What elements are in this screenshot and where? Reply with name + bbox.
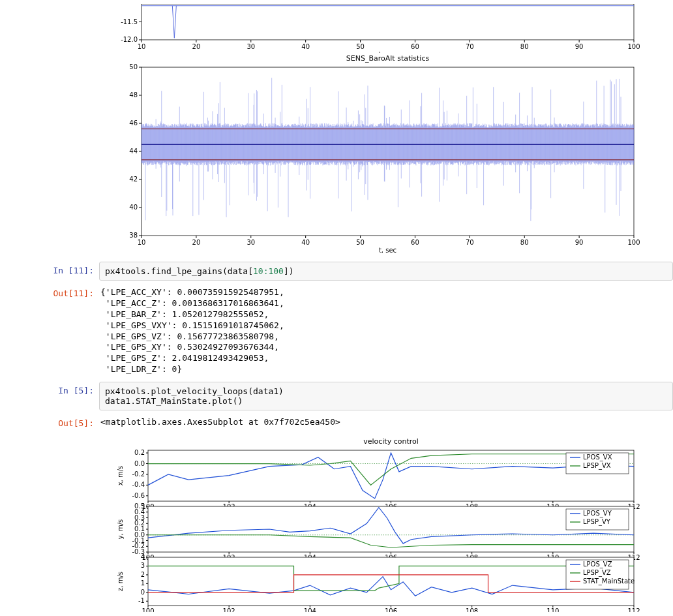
svg-text:-0.2: -0.2	[132, 470, 145, 478]
svg-text:60: 60	[411, 239, 419, 246]
svg-text:t, sec: t, sec	[379, 247, 396, 254]
svg-text:velocity control: velocity control	[363, 437, 419, 446]
svg-text:108: 108	[466, 608, 478, 612]
svg-text:106: 106	[385, 608, 397, 612]
svg-text:0.5: 0.5	[134, 502, 145, 510]
plot-velocity-area: velocity control-0.6-0.4-0.20.00.2x, m/s…	[99, 436, 673, 615]
code-input-5[interactable]: px4tools.plot_velocity_loops(data1) data…	[99, 382, 673, 410]
svg-rect-1542	[148, 557, 634, 606]
svg-text:-0.4: -0.4	[132, 481, 145, 488]
out-prompt-5: Out[5]:	[29, 414, 99, 432]
out-prompt-blank2	[29, 436, 99, 444]
svg-text:42: 42	[129, 176, 138, 183]
svg-text:SENS_BaroAlt statistics: SENS_BaroAlt statistics	[346, 54, 430, 63]
svg-text:100: 100	[627, 239, 640, 246]
svg-text:4: 4	[141, 553, 145, 561]
svg-text:44: 44	[129, 147, 138, 155]
out-prompt-blank	[29, 4, 99, 12]
subplot-top-cropped: -12.0-11.5102030405060708090100t, sec	[112, 4, 647, 53]
svg-text:-1: -1	[138, 597, 145, 604]
cell-in-5: In [5]: px4tools.plot_velocity_loops(dat…	[29, 382, 673, 410]
svg-rect-0	[142, 4, 634, 40]
svg-text:40: 40	[301, 43, 310, 50]
svg-text:LPOS_VX: LPOS_VX	[583, 454, 612, 461]
svg-text:-12.0: -12.0	[121, 36, 138, 43]
svg-text:90: 90	[575, 239, 584, 246]
svg-text:2: 2	[141, 571, 145, 578]
svg-text:40: 40	[301, 239, 310, 246]
svg-text:0.0: 0.0	[134, 460, 145, 467]
svg-text:LPSP_VY: LPSP_VY	[583, 518, 611, 526]
svg-text:100: 100	[627, 43, 640, 50]
svg-text:10: 10	[138, 43, 146, 50]
svg-text:50: 50	[356, 43, 365, 50]
svg-text:-11.5: -11.5	[121, 18, 138, 25]
subplot-baroalt: SENS_BaroAlt statistics38404244464850102…	[112, 53, 647, 255]
svg-text:LPSP_VZ: LPSP_VZ	[583, 569, 611, 577]
svg-text:30: 30	[247, 239, 255, 246]
code-input-11[interactable]: px4tools.find_lpe_gains(data[10:100])	[99, 262, 673, 281]
svg-text:38: 38	[129, 232, 138, 239]
svg-text:70: 70	[466, 43, 474, 50]
svg-text:104: 104	[304, 608, 316, 612]
svg-text:60: 60	[411, 43, 419, 50]
svg-text:LPOS_VZ: LPOS_VZ	[583, 561, 612, 568]
cell-in-11: In [11]: px4tools.find_lpe_gains(data[10…	[29, 262, 673, 281]
svg-text:80: 80	[520, 239, 529, 246]
svg-text:0: 0	[141, 589, 145, 596]
output-text-11: {'LPE_ACC_XY': 0.000735915925487951, 'LP…	[99, 285, 673, 378]
svg-text:20: 20	[192, 239, 201, 246]
svg-text:LPSP_VX: LPSP_VX	[583, 462, 611, 470]
svg-rect-1468	[148, 450, 634, 501]
svg-text:10: 10	[138, 239, 146, 246]
plot-baro-area: -12.0-11.5102030405060708090100t, sec SE…	[99, 4, 673, 258]
velocity-control-chart: velocity control-0.6-0.4-0.20.00.2x, m/s…	[112, 436, 647, 612]
svg-text:90: 90	[575, 43, 584, 50]
cell-out-11: Out[11]: {'LPE_ACC_XY': 0.00073591592548…	[29, 285, 673, 378]
svg-text:z, m/s: z, m/s	[117, 572, 124, 591]
notebook: -12.0-11.5102030405060708090100t, sec SE…	[0, 4, 673, 615]
in-prompt-5: In [5]:	[29, 382, 99, 399]
svg-text:80: 80	[520, 43, 529, 50]
svg-text:30: 30	[247, 43, 255, 50]
svg-text:y, m/s: y, m/s	[117, 519, 124, 540]
svg-text:3: 3	[141, 562, 145, 570]
svg-rect-1501	[148, 506, 634, 552]
svg-text:50: 50	[356, 239, 365, 246]
svg-text:70: 70	[466, 239, 474, 246]
in-prompt-11: In [11]:	[29, 262, 99, 279]
output-plot-velocity: velocity control-0.6-0.4-0.20.00.2x, m/s…	[29, 436, 673, 615]
svg-text:t, sec: t, sec	[379, 51, 396, 53]
svg-text:0.2: 0.2	[134, 449, 145, 456]
svg-text:1: 1	[141, 579, 145, 587]
output-plot-baro: -12.0-11.5102030405060708090100t, sec SE…	[29, 4, 673, 258]
cell-out-5: Out[5]: <matplotlib.axes.AxesSubplot at …	[29, 414, 673, 432]
svg-text:40: 40	[129, 204, 138, 211]
svg-text:46: 46	[129, 119, 138, 127]
svg-text:110: 110	[546, 608, 559, 612]
svg-text:-0.6: -0.6	[132, 492, 145, 499]
output-text-5: <matplotlib.axes.AxesSubplot at 0x7f702c…	[99, 414, 673, 431]
svg-text:20: 20	[192, 43, 201, 50]
out-prompt-11: Out[11]:	[29, 285, 99, 302]
svg-text:48: 48	[129, 91, 138, 99]
svg-text:100: 100	[142, 608, 154, 612]
svg-text:50: 50	[129, 63, 138, 70]
svg-text:x, m/s: x, m/s	[117, 466, 124, 486]
svg-text:112: 112	[627, 608, 640, 612]
svg-text:LPOS_VY: LPOS_VY	[583, 510, 612, 517]
svg-text:STAT_MainState: STAT_MainState	[583, 578, 635, 585]
svg-text:102: 102	[223, 608, 235, 612]
